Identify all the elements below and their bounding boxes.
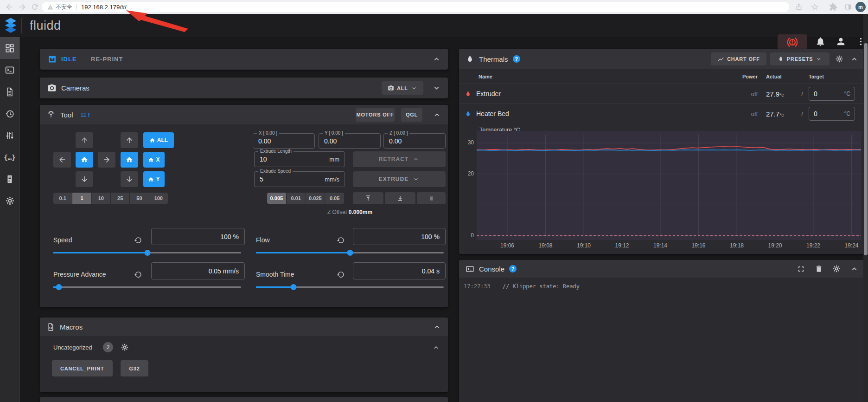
console-gear-icon[interactable] [832,265,841,273]
flow-slider-thumb[interactable] [347,250,353,256]
smooth-time-slider-thumb[interactable] [291,284,297,290]
arrow-up-icon [80,136,89,144]
z-step-0.025[interactable]: 0.025 [306,193,326,204]
extrude-speed-field[interactable]: Extrude Speed5mm/s [254,171,345,187]
sidebar-item-system[interactable] [0,168,19,190]
jog-distance-10[interactable]: 10 [92,193,111,204]
position-z-field[interactable]: Z [ 0.00 ]0.00 [383,133,446,149]
jog-distance-0.1[interactable]: 0.1 [53,193,72,204]
pressure-advance-slider-thumb[interactable] [56,284,62,290]
speed-reset-icon[interactable] [134,236,142,244]
speed-slider[interactable] [53,252,241,253]
jog-x-minus-button[interactable] [53,152,71,168]
browser-reload-icon[interactable] [31,3,39,11]
home-y-button[interactable]: Y [143,171,165,187]
retract-button[interactable]: RETRACT [353,151,446,167]
z-offset-up-button[interactable] [353,192,383,204]
sidebar-item-jobs[interactable] [0,81,19,103]
home-all-button[interactable]: ALL [143,132,174,148]
bookmark-star-icon[interactable] [811,3,819,11]
browser-profile-avatar[interactable]: m [855,2,866,12]
home-xy-button[interactable] [76,152,93,168]
extrude-length-field[interactable]: Extrude Length10mm [254,151,345,167]
page-scrollbar-thumb[interactable] [864,43,868,255]
macro-button-cancel_print[interactable]: CANCEL_PRINT [52,360,113,376]
browser-back-icon[interactable] [5,2,14,12]
sidebar-item-dashboard[interactable] [0,37,19,59]
jog-y-plus-button[interactable] [76,132,93,148]
sidebar-item-settings[interactable] [0,190,19,212]
flow-slider[interactable] [256,252,444,253]
extensions-puzzle-icon[interactable] [829,3,837,11]
jog-distance-100[interactable]: 100 [149,193,168,204]
speed-field[interactable]: 100 % [151,228,245,245]
heater-target-input[interactable]: 0°C [809,107,855,121]
annotation-arrow [119,7,198,33]
position-y-field[interactable]: Y [ 0.00 ]0.00 [319,133,381,149]
page-scrollbar-track[interactable] [863,14,868,402]
sm smooth-time-field[interactable]: 0.04 s [353,262,446,279]
jog-distance-25[interactable]: 25 [111,193,130,204]
jog-z-minus-button[interactable] [121,171,138,187]
presets-dropdown-button[interactable]: PRESETS [770,52,830,65]
collapse-chevron-up-icon[interactable] [432,55,441,64]
category-collapse-chevron-icon[interactable] [432,344,440,351]
jog-x-plus-button[interactable] [98,152,115,168]
heater-flame-icon [465,91,472,97]
browser-forward-icon[interactable] [18,2,27,12]
emergency-stop-button[interactable] [778,34,807,50]
jog-distance-1[interactable]: 1 [72,193,91,204]
console-help-icon[interactable]: ? [509,265,517,272]
pressure-advance-reset-icon[interactable] [134,271,142,279]
speed-slider-thumb[interactable] [144,250,150,256]
home-x-button[interactable]: X [143,152,165,168]
thermals-panel-header: Thermals ? CHART OFF PRESETS [459,49,865,69]
tune-icon [5,130,15,141]
smooth-time-slider[interactable] [256,286,444,288]
z-step-0.005[interactable]: 0.005 [267,193,287,204]
user-account-icon[interactable] [836,36,846,47]
sidebar-item-tune[interactable] [0,124,19,146]
temperature-chart[interactable] [477,131,861,240]
macros-collapse-chevron-icon[interactable] [433,323,441,331]
heater-target-input[interactable]: 0°C [809,87,855,101]
thermals-gear-icon[interactable] [835,55,843,63]
home-z-button[interactable] [121,152,138,168]
sidebar-item-history[interactable] [0,103,19,124]
position-x-field[interactable]: X [ 0.00 ]0.00 [253,133,315,149]
expand-chevron-down-icon[interactable] [432,84,441,92]
console-collapse-chevron-icon[interactable] [850,265,859,273]
reprint-button[interactable]: RE-PRINT [91,56,123,63]
macro-settings-gear-icon[interactable] [121,343,129,351]
fullscreen-icon[interactable] [797,265,805,273]
side-panel-icon[interactable] [844,3,852,11]
pressure-advance-slider[interactable] [53,286,241,288]
fluidd-logo[interactable] [0,14,21,37]
chart-toggle-button[interactable]: CHART OFF [711,52,766,65]
z-step-0.05[interactable]: 0.05 [325,193,344,204]
share-icon[interactable] [795,3,803,11]
pressure-advance-field[interactable]: 0.05 mm/s [151,262,245,279]
jog-y-minus-button[interactable] [76,171,93,187]
thermals-help-icon[interactable]: ? [513,55,520,63]
thermals-collapse-chevron-icon[interactable] [850,55,859,64]
jog-z-plus-button[interactable] [121,132,138,148]
extrude-button[interactable]: EXTRUDE [353,171,446,187]
sidebar-item-console[interactable] [0,59,19,81]
notifications-bell-icon[interactable] [815,36,826,47]
tool-collapse-chevron-icon[interactable] [433,110,441,119]
smooth-time-reset-icon[interactable] [337,271,345,279]
jog-distance-50[interactable]: 50 [130,193,149,204]
z-step-0.01[interactable]: 0.01 [287,193,306,204]
flow-field[interactable]: 100 % [353,228,446,245]
sidebar-item-configure[interactable] [0,146,19,168]
z-offset-down-button[interactable] [385,192,415,204]
heater-flame-icon [465,110,472,117]
z-offset-save-button[interactable] [417,192,446,204]
qgl-button[interactable]: QGL [401,108,422,122]
camera-selector-dropdown[interactable]: ALL [382,81,423,95]
motors-off-button[interactable]: MOTORS OFF [356,108,395,122]
flow-reset-icon[interactable] [337,236,345,244]
trash-icon[interactable] [815,265,823,273]
macro-button-g32[interactable]: G32 [121,360,148,376]
